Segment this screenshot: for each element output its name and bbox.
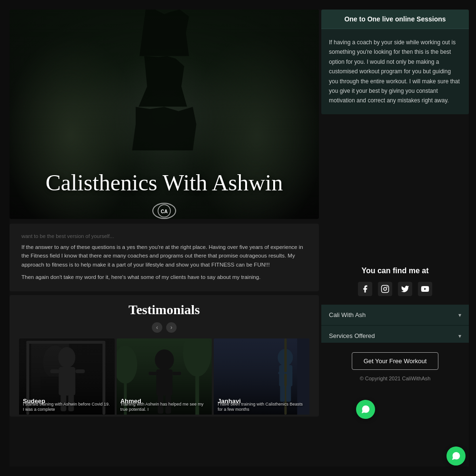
accordion-chevron-cali: ▾ [458,312,461,318]
about-section: want to be the best version of yourself.… [10,224,319,291]
social-title: You can find me at [328,267,462,275]
svg-rect-23 [156,369,172,396]
svg-rect-15 [26,341,105,344]
testimonial-card-janhavi: Janhavi I have been training with Calist… [214,338,309,416]
whatsapp-button-fixed[interactable] [446,446,466,466]
copyright-text: © Copyright 2021 CaliWithAsh [328,376,462,381]
testimonials-title: Testimonials [19,302,309,317]
accordion-label-services: Services Offered [329,332,375,339]
svg-rect-38 [382,286,389,293]
svg-point-40 [387,287,387,288]
svg-rect-24 [149,372,157,375]
instagram-icon[interactable] [378,282,392,296]
service-card-description: If having a coach by your side while wor… [329,38,461,106]
silhouette-right [129,107,200,150]
svg-rect-34 [278,372,286,374]
testimonial-text-ahmed: Training with Ashwin has helped me see m… [120,402,208,413]
testimonial-text-sudeep: I started training with Ashwin before Co… [23,402,111,413]
svg-point-22 [155,349,174,370]
accordion-label-cali: Cali With Ash [329,311,366,318]
service-card-body: If having a coach by your side while wor… [321,29,469,114]
twitter-icon[interactable] [398,282,412,296]
about-paragraph-2: Then again don't take my word for it, he… [21,273,307,281]
svg-rect-35 [286,372,293,374]
svg-rect-9 [50,369,60,373]
svg-rect-25 [172,372,181,375]
testimonials-navigation: ‹ › [19,322,309,333]
facebook-icon[interactable] [358,282,372,296]
social-icons-container [328,282,462,296]
testimonials-grid: Sudeep I started training with Ashwin be… [19,338,309,416]
hero-logo: CA [152,203,176,219]
right-border [469,0,476,476]
whatsapp-button-card[interactable] [356,400,375,419]
testimonials-section: Testimonials ‹ › [10,295,319,416]
service-card-header: One to One live online Sessions [321,10,469,29]
logo-icon: CA [157,204,171,218]
svg-rect-10 [75,369,85,373]
next-arrow[interactable]: › [166,322,177,333]
prev-arrow[interactable]: ‹ [152,322,162,333]
hero-title: Calisthenics With Ashwin [46,169,283,196]
svg-text:CA: CA [161,209,168,214]
accordion-section: Cali With Ash ▾ Services Offered ▾ [321,305,469,347]
svg-point-39 [384,288,387,290]
social-section: You can find me at [321,257,469,306]
accordion-item-cali-with-ash[interactable]: Cali With Ash ▾ [321,305,469,326]
accordion-chevron-services: ▾ [458,333,461,339]
cta-button[interactable]: Get Your Free Workout [352,352,439,370]
service-card: One to One live online Sessions If havin… [321,10,469,114]
hero-section: Calisthenics With Ashwin CA [10,10,319,219]
svg-point-7 [58,347,75,368]
about-paragraph-1: If the answer to any of these questions … [21,243,307,269]
testimonial-text-janhavi: I have been training with Calisthenics B… [218,402,306,413]
svg-rect-37 [287,385,291,402]
about-fade-text: want to be the best version of yourself.… [21,233,307,239]
testimonial-card-sudeep: Sudeep I started training with Ashwin be… [19,338,115,416]
svg-rect-8 [59,367,75,396]
svg-rect-36 [280,385,285,402]
cta-section: Get Your Free Workout © Copyright 2021 C… [321,343,469,391]
service-card-title: One to One live online Sessions [328,15,462,23]
left-border [0,0,10,476]
testimonial-card-ahmed: Ahmed Training with Ashwin has helped me… [117,338,212,416]
youtube-icon[interactable] [418,282,432,296]
top-border [0,0,476,10]
bottom-border [0,466,476,476]
